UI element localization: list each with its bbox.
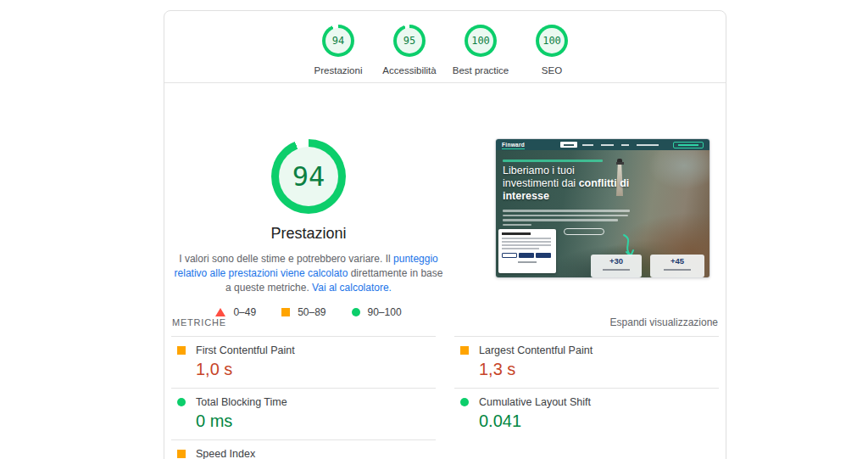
hero-line1: Liberiamo i tuoi	[503, 165, 575, 176]
metrics-section: METRICHE Espandi visualizzazione First C…	[164, 308, 726, 459]
hero-line2-bold: conflitti di	[579, 177, 630, 189]
metric-value: 0.041	[479, 411, 719, 431]
gauge-label: Best practice	[453, 65, 509, 76]
metric-total-blocking-time: Total Blocking Time 0 ms	[171, 388, 436, 439]
metric-value: 1,0 s	[196, 360, 436, 379]
metric-value: 1,3 s	[479, 360, 719, 379]
thumb-stat-card: +45	[650, 255, 704, 277]
cookie-button	[519, 253, 534, 258]
metric-label: Total Blocking Time	[196, 396, 287, 408]
square-orange-icon	[281, 308, 290, 316]
gauge-prestazioni[interactable]: 94 Prestazioni	[310, 25, 366, 82]
gauge-score: 94	[326, 28, 351, 53]
legend-range: 0–49	[233, 306, 256, 318]
site-screenshot-thumbnail: Finward Liberiamo i tuoi investimenti da…	[495, 138, 710, 278]
gauge-score: 95	[397, 28, 422, 53]
legend-fail: 0–49	[215, 306, 256, 318]
calculator-link[interactable]: Vai al calcolatore.	[312, 282, 392, 294]
performance-gauge: 94	[271, 139, 346, 214]
gauge-ring: 100	[536, 25, 568, 57]
thumb-hero-heading: Liberiamo i tuoi investimenti dai confli…	[503, 165, 629, 203]
performance-score: 94	[279, 147, 338, 206]
cookie-button	[502, 253, 517, 258]
gauge-ring: 100	[465, 25, 497, 57]
metric-cumulative-layout-shift: Cumulative Layout Shift 0.041	[454, 388, 719, 439]
lighthouse-report-card: 94 Prestazioni 95 Accessibilità 100 Best…	[164, 10, 726, 459]
metric-status-icon	[177, 398, 186, 406]
metric-status-icon	[177, 450, 186, 458]
metric-speed-index: Speed Index 1,4 s	[171, 439, 436, 459]
thumb-hero: Liberiamo i tuoi investimenti dai confli…	[496, 150, 709, 278]
gauge-seo[interactable]: 100 SEO	[524, 25, 580, 82]
performance-title: Prestazioni	[169, 225, 448, 243]
thumb-tagline-bar	[503, 160, 603, 162]
metric-status-icon	[177, 346, 186, 355]
thumb-nav-links	[582, 144, 659, 147]
gauge-ring: 94	[322, 25, 354, 57]
legend-range: 90–100	[368, 306, 402, 318]
circle-green-icon	[352, 308, 360, 316]
metric-value: 0 ms	[196, 411, 436, 431]
legend-good: 90–100	[352, 306, 402, 318]
legend-average: 50–89	[281, 306, 326, 318]
metric-label: Largest Contentful Paint	[479, 344, 593, 356]
triangle-red-icon	[215, 308, 225, 316]
gauge-label: Prestazioni	[314, 65, 363, 76]
gauge-ring: 95	[393, 25, 426, 57]
hero-line3-bold: interesse	[503, 190, 549, 202]
performance-description: I valori sono delle stime e potrebbero v…	[172, 252, 445, 295]
gauge-best-practice[interactable]: 100 Best practice	[453, 25, 509, 82]
description-text: I valori sono delle stime e potrebbero v…	[179, 253, 393, 265]
hero-line2: investimenti dai	[503, 177, 579, 189]
metrics-header: METRICHE Espandi visualizzazione	[171, 316, 719, 328]
metric-status-icon	[460, 398, 469, 406]
metric-label: Speed Index	[196, 448, 255, 459]
thumb-hero-button	[564, 228, 604, 235]
thumb-stat-card: +30	[591, 255, 642, 277]
stat-value: +45	[650, 257, 704, 266]
performance-column: 94 Prestazioni I valori sono delle stime…	[169, 83, 448, 318]
legend-range: 50–89	[298, 306, 326, 318]
gauge-score: 100	[468, 28, 493, 53]
score-legend: 0–49 50–89 90–100	[169, 306, 448, 318]
thumb-navbar: Finward	[496, 139, 709, 150]
metric-status-icon	[460, 346, 469, 355]
metrics-grid: First Contentful Paint 1,0 s Largest Con…	[171, 336, 719, 459]
gauge-label: SEO	[542, 65, 562, 76]
gauge-label: Accessibilità	[382, 65, 436, 76]
thumb-nav-active-item	[560, 142, 577, 148]
thumb-nav-cta-button	[673, 142, 704, 148]
metric-first-contentful-paint: First Contentful Paint 1,0 s	[171, 336, 436, 388]
metrics-title: METRICHE	[172, 317, 226, 327]
metric-label: First Contentful Paint	[196, 344, 295, 356]
metric-label: Cumulative Layout Shift	[479, 396, 591, 408]
thumb-hero-paragraph	[503, 210, 630, 228]
thumb-cookie-dialog	[498, 229, 556, 273]
stat-value: +30	[591, 257, 642, 266]
gauge-accessibilita[interactable]: 95 Accessibilità	[381, 25, 437, 82]
performance-summary-section: 94 Prestazioni I valori sono delle stime…	[164, 83, 726, 308]
metric-largest-contentful-paint: Largest Contentful Paint 1,3 s	[454, 336, 719, 388]
expand-view-toggle[interactable]: Espandi visualizzazione	[610, 316, 718, 328]
cookie-button	[536, 253, 551, 258]
gauge-score: 100	[539, 28, 565, 53]
category-score-strip: 94 Prestazioni 95 Accessibilità 100 Best…	[164, 11, 726, 83]
thumb-site-logo: Finward	[502, 142, 525, 149]
